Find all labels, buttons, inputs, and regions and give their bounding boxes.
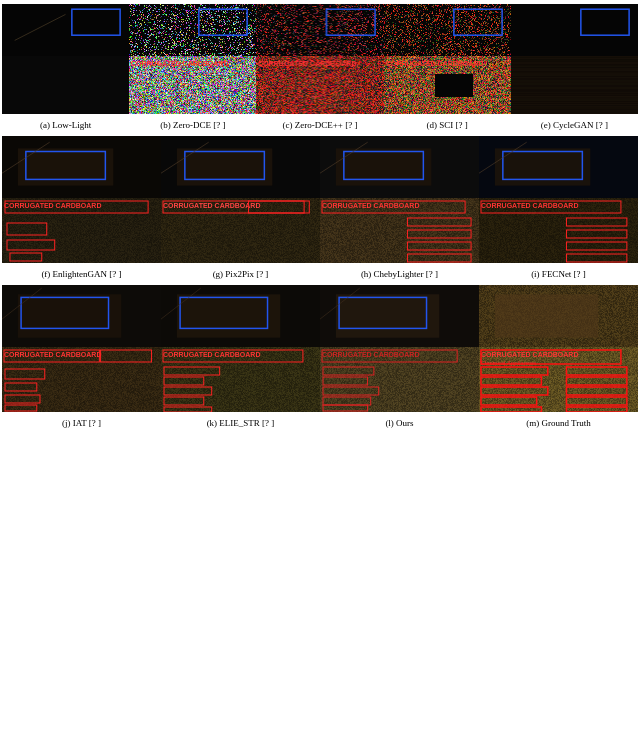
caption-l: (l) Ours — [320, 418, 479, 428]
image-l-zoom — [320, 347, 479, 412]
image-g-top — [161, 136, 320, 198]
row3-top-images — [2, 285, 638, 347]
caption-a: (a) Low-Light — [2, 120, 129, 130]
row1-zoom-images — [2, 56, 638, 114]
row2-zoom-images — [2, 198, 638, 263]
image-m-zoom — [479, 347, 638, 412]
captions-row2: (f) EnlightenGAN [? ] (g) Pix2Pix [? ] (… — [2, 263, 638, 285]
image-e-top — [511, 4, 638, 56]
image-k-zoom — [161, 347, 320, 412]
image-c-top — [256, 4, 383, 56]
image-i-top — [479, 136, 638, 198]
image-j-zoom — [2, 347, 161, 412]
row2-top-images — [2, 136, 638, 198]
image-b-zoom — [129, 56, 256, 114]
caption-m: (m) Ground Truth — [479, 418, 638, 428]
row3-zoom-images — [2, 347, 638, 412]
image-b-top — [129, 4, 256, 56]
image-h-zoom — [320, 198, 479, 263]
image-g-zoom — [161, 198, 320, 263]
captions-row1: (a) Low-Light (b) Zero-DCE [? ] (c) Zero… — [2, 114, 638, 136]
caption-j: (j) IAT [? ] — [2, 418, 161, 428]
caption-h: (h) ChebyLighter [? ] — [320, 269, 479, 279]
image-d-top — [384, 4, 511, 56]
image-m-top — [479, 285, 638, 347]
caption-k: (k) ELIE_STR [? ] — [161, 418, 320, 428]
caption-g: (g) Pix2Pix [? ] — [161, 269, 320, 279]
image-j-top — [2, 285, 161, 347]
image-c-zoom — [256, 56, 383, 114]
image-e-zoom — [511, 56, 638, 114]
image-a-top — [2, 4, 129, 56]
caption-b: (b) Zero-DCE [? ] — [129, 120, 256, 130]
caption-c: (c) Zero-DCE++ [? ] — [256, 120, 383, 130]
image-k-top — [161, 285, 320, 347]
caption-e: (e) CycleGAN [? ] — [511, 120, 638, 130]
caption-f: (f) EnlightenGAN [? ] — [2, 269, 161, 279]
caption-d: (d) SCI [? ] — [384, 120, 511, 130]
image-f-top — [2, 136, 161, 198]
main-container: (a) Low-Light (b) Zero-DCE [? ] (c) Zero… — [0, 0, 640, 754]
image-a-zoom — [2, 56, 129, 114]
image-l-top — [320, 285, 479, 347]
image-f-zoom — [2, 198, 161, 263]
image-i-zoom — [479, 198, 638, 263]
image-h-top — [320, 136, 479, 198]
row1-top-images — [2, 4, 638, 56]
caption-i: (i) FECNet [? ] — [479, 269, 638, 279]
image-d-zoom — [384, 56, 511, 114]
captions-row3: (j) IAT [? ] (k) ELIE_STR [? ] (l) Ours … — [2, 412, 638, 434]
